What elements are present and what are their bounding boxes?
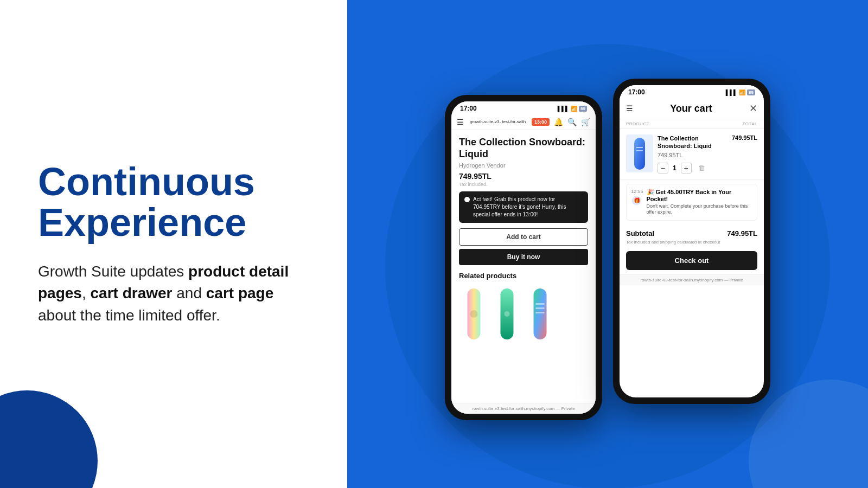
vendor-name: Hydrogen Vendor [459, 162, 588, 169]
battery-badge2: 89 [747, 89, 755, 95]
battery-badge: 89 [579, 106, 587, 112]
promo-icon: 12:55 🎁 [631, 189, 643, 216]
cart-item-image [626, 134, 653, 172]
phone1-url-bar: rowth-suite-v3-test-for-salih.myshopify.… [451, 403, 596, 414]
tax-note: Tax included. [459, 182, 588, 187]
description: Growth Suite updates product detail page… [38, 261, 309, 327]
product-title: The Collection Snowboard: Liquid [459, 137, 588, 160]
col-total: TOTAL [742, 121, 757, 126]
add-to-cart-button[interactable]: Add to cart [459, 228, 588, 246]
offer-dot [464, 197, 470, 202]
wifi-icon: 📶 [571, 106, 577, 112]
svg-rect-6 [536, 307, 545, 309]
offer-text: Act fast! Grab this product now for 704.… [473, 196, 583, 219]
phone1-screen: 17:00 ▌▌▌ 📶 89 ☰ growth-suite-v3- test-f… [451, 101, 596, 414]
phone2-status-bar: 17:00 ▌▌▌ 📶 89 [620, 85, 764, 98]
checkout-button[interactable]: Check out [626, 251, 757, 270]
right-panel: 17:00 ▌▌▌ 📶 89 ☰ growth-suite-v3- test-f… [347, 0, 868, 488]
promo-content: 🎉 Get 45.00TRY Back in Your Pocket! Don'… [647, 189, 752, 216]
svg-text:🎁: 🎁 [634, 197, 641, 204]
signal-icon: ▌▌▌ [558, 106, 569, 112]
cart-item: The Collection Snowboard: Liquid 749.95T… [620, 129, 764, 179]
product-price: 749.95TL [459, 172, 588, 181]
snowboard-1 [459, 284, 489, 344]
notification-icon[interactable]: 🔔 [554, 118, 563, 126]
qty-controls: − 1 + 🗑 [658, 163, 727, 174]
phone1-content: The Collection Snowboard: Liquid Hydroge… [451, 130, 596, 403]
phone2-screen: 17:00 ▌▌▌ 📶 89 ☰ Your cart ✕ [620, 85, 764, 397]
svg-point-1 [470, 310, 478, 318]
qty-decrease-button[interactable]: − [658, 163, 668, 174]
hamburger-icon[interactable]: ☰ [457, 118, 464, 126]
phone1-wrapper: 17:00 ▌▌▌ 📶 89 ☰ growth-suite-v3- test-f… [445, 95, 602, 420]
gift-icon: 🎁 [631, 195, 642, 206]
svg-rect-8 [634, 138, 645, 170]
close-button[interactable]: ✕ [749, 102, 757, 114]
cart-col-headers: PRODUCT TOTAL [620, 119, 764, 129]
qty-value: 1 [673, 164, 676, 172]
svg-point-3 [505, 311, 510, 317]
nav-timer: 13:00 [532, 118, 550, 126]
cart-item-price: 749.95TL [658, 152, 727, 158]
promo-title: 🎉 Get 45.00TRY Back in Your Pocket! [647, 189, 752, 202]
cart-item-total: 749.95TL [732, 134, 757, 141]
signal-icon2: ▌▌▌ [726, 89, 737, 95]
svg-rect-4 [534, 288, 547, 339]
col-product: PRODUCT [626, 121, 649, 126]
phone2-wrapper: 17:00 ▌▌▌ 📶 89 ☰ Your cart ✕ [613, 79, 770, 404]
delete-icon[interactable]: 🗑 [698, 164, 705, 172]
cart-product-image [629, 136, 650, 171]
phone1-url: rowth-suite-v3-test-for-salih.myshopify.… [472, 406, 575, 411]
promo-time: 12:55 [631, 189, 643, 194]
subtotal-label: Subtotal [626, 229, 654, 237]
phone1-status-icons: ▌▌▌ 📶 89 [558, 106, 587, 112]
svg-rect-10 [636, 150, 643, 151]
cart-item-name: The Collection Snowboard: Liquid [658, 134, 727, 150]
phone1: 17:00 ▌▌▌ 📶 89 ☰ growth-suite-v3- test-f… [445, 95, 602, 420]
phone2: 17:00 ▌▌▌ 📶 89 ☰ Your cart ✕ [613, 79, 770, 404]
nav-brand: growth-suite-v3- test-for-salih [468, 119, 527, 125]
svg-rect-7 [536, 312, 545, 313]
svg-rect-9 [636, 147, 643, 148]
cart-subtotal: Subtotal 749.95TL [620, 225, 764, 240]
hamburger-icon2[interactable]: ☰ [626, 104, 633, 113]
main-title: Continuous Experience [38, 162, 309, 243]
wifi-icon2: 📶 [739, 89, 745, 95]
buy-now-button[interactable]: Buy it now [459, 249, 588, 265]
qty-increase-button[interactable]: + [681, 163, 692, 174]
offer-banner: Act fast! Grab this product now for 704.… [459, 191, 588, 223]
left-panel: Continuous Experience Growth Suite updat… [0, 0, 347, 488]
promo-banner: 12:55 🎁 🎉 Get 45.00TRY Back in Your Pock… [626, 184, 757, 221]
phone2-time: 17:00 [628, 88, 645, 96]
search-icon[interactable]: 🔍 [567, 118, 577, 126]
cart-item-details: The Collection Snowboard: Liquid 749.95T… [658, 134, 727, 174]
promo-desc: Don't wait. Complete your purchase befor… [647, 203, 752, 216]
decorative-circle-bottom-left [0, 390, 98, 488]
related-products-list [459, 284, 588, 344]
phone1-nav-bar: ☰ growth-suite-v3- test-for-salih 13:00 … [451, 114, 596, 130]
phone1-time: 17:00 [460, 105, 477, 112]
phone2-url-bar: rowth-suite-v3-test-for-salih.myshopify.… [620, 274, 764, 285]
snowboard-2 [492, 284, 522, 344]
svg-rect-5 [536, 303, 545, 305]
cart-tax-note: Tax included and shipping calculated at … [620, 240, 764, 249]
phone2-status-icons: ▌▌▌ 📶 89 [726, 89, 755, 95]
phones-container: 17:00 ▌▌▌ 📶 89 ☰ growth-suite-v3- test-f… [445, 68, 770, 420]
cart-header: ☰ Your cart ✕ [620, 98, 764, 119]
snowboard-3 [525, 284, 555, 344]
phone2-url: rowth-suite-v3-test-for-salih.myshopify.… [640, 278, 743, 282]
phone1-status-bar: 17:00 ▌▌▌ 📶 89 [451, 101, 596, 114]
subtotal-amount: 749.95TL [727, 229, 757, 237]
cart-title: Your cart [670, 103, 712, 114]
related-products-title: Related products [459, 272, 588, 280]
cart-icon[interactable]: 🛒 [581, 118, 590, 126]
